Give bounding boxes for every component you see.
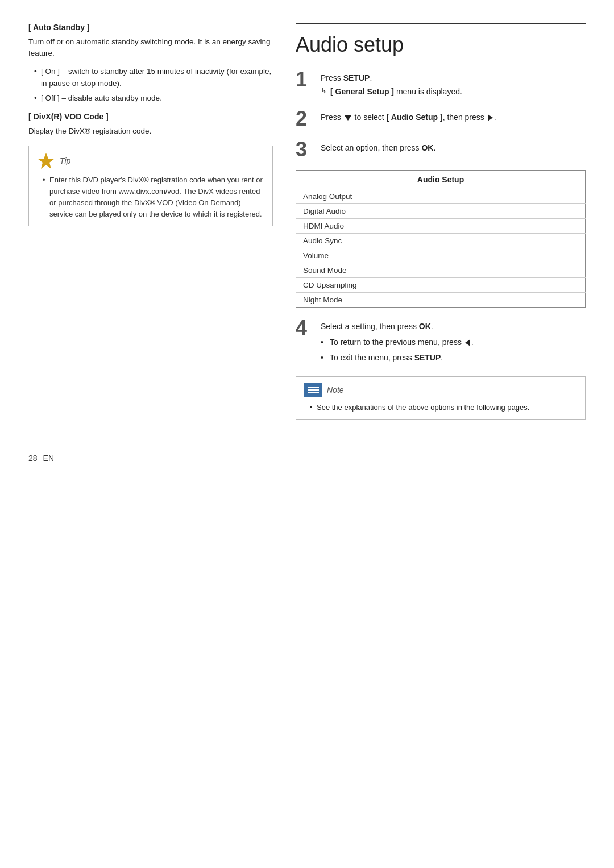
page-number: 28	[28, 454, 38, 463]
step-2: 2 Press to select [ Audio Setup ], then …	[296, 109, 586, 129]
note-line-3	[308, 392, 319, 393]
note-icon	[304, 383, 322, 397]
bullet-off: [ Off ] – disable auto standby mode.	[34, 92, 273, 105]
note-box: Note See the explanations of the above o…	[296, 376, 586, 420]
note-lines-icon	[304, 384, 322, 396]
table-cell: Volume	[296, 248, 586, 263]
page-footer: 28 EN	[28, 454, 586, 463]
tip-list-item: Enter this DVD player's DivX® registrati…	[43, 175, 264, 221]
note-header: Note	[304, 383, 577, 397]
page-lang: EN	[43, 454, 54, 463]
right-column: Audio setup 1 Press SETUP. ↳ [ General S…	[296, 23, 586, 420]
left-triangle-icon	[465, 339, 470, 346]
step-1-sub-text: [ General Setup ] menu is displayed.	[330, 85, 462, 98]
step-3: 3 Select an option, then press OK.	[296, 139, 586, 160]
audio-setup-table: Audio Setup Analog Output Digital Audio …	[296, 170, 586, 308]
table-cell: Analog Output	[296, 189, 586, 203]
note-label: Note	[327, 385, 344, 394]
step-1-content: Press SETUP. ↳ [ General Setup ] menu is…	[321, 69, 462, 98]
table-row: Analog Output	[296, 189, 586, 203]
step-4-bullet-1: To return to the previous menu, press .	[321, 336, 474, 348]
step-2-content: Press to select [ Audio Setup ], then pr…	[321, 109, 496, 123]
note-text: See the explanations of the above option…	[304, 402, 577, 413]
step-4-bullet-2: To exit the menu, press SETUP.	[321, 351, 474, 364]
tip-header: Tip	[37, 152, 264, 170]
table-cell: CD Upsampling	[296, 277, 586, 292]
auto-standby-bullets: [ On ] – switch to standby after 15 minu…	[28, 65, 273, 105]
note-line-2	[308, 389, 319, 391]
tip-label: Tip	[60, 156, 70, 165]
table-row: Volume	[296, 248, 586, 263]
step-4: 4 Select a setting, then press OK. To re…	[296, 318, 586, 366]
table-header: Audio Setup	[296, 170, 586, 189]
table-row: Sound Mode	[296, 263, 586, 277]
note-list-item: See the explanations of the above option…	[310, 402, 577, 413]
table-cell: Night Mode	[296, 292, 586, 307]
step-4-bullets: To return to the previous menu, press . …	[321, 336, 474, 364]
step-1-number: 1	[296, 69, 313, 90]
table-row: CD Upsampling	[296, 277, 586, 292]
tip-text: Enter this DVD player's DivX® registrati…	[37, 175, 264, 221]
arrow-icon: ↳	[321, 85, 327, 98]
step-4-content: Select a setting, then press OK. To retu…	[321, 318, 474, 366]
note-line-1	[308, 387, 319, 388]
step-3-content: Select an option, then press OK.	[321, 139, 435, 154]
table-cell: Sound Mode	[296, 263, 586, 277]
divx-text: Display the DivX® registration code.	[28, 126, 273, 137]
step-1: 1 Press SETUP. ↳ [ General Setup ] menu …	[296, 69, 586, 98]
table-cell: HDMI Audio	[296, 218, 586, 233]
page-layout: [ Auto Standby ] Turn off or on automati…	[28, 23, 586, 420]
tip-box: Tip Enter this DVD player's DivX® regist…	[28, 146, 273, 227]
table-row: Digital Audio	[296, 203, 586, 218]
auto-standby-title: [ Auto Standby ]	[28, 23, 273, 32]
table-row: HDMI Audio	[296, 218, 586, 233]
step-2-number: 2	[296, 109, 313, 129]
right-triangle-icon	[488, 114, 493, 121]
table-row: Audio Sync	[296, 233, 586, 248]
svg-marker-0	[38, 153, 55, 169]
table-body: Analog Output Digital Audio HDMI Audio A…	[296, 189, 586, 307]
table-row: Night Mode	[296, 292, 586, 307]
tip-star-icon	[37, 152, 55, 170]
table-cell: Audio Sync	[296, 233, 586, 248]
step-3-number: 3	[296, 139, 313, 160]
step-4-number: 4	[296, 318, 313, 338]
step-1-text: Press SETUP.	[321, 72, 462, 84]
left-column: [ Auto Standby ] Turn off or on automati…	[28, 23, 273, 420]
down-triangle-icon	[343, 113, 352, 122]
auto-standby-text: Turn off or on automatic standby switchi…	[28, 36, 273, 60]
step-4-text: Select a setting, then press OK.	[321, 320, 474, 333]
bullet-on: [ On ] – switch to standby after 15 minu…	[34, 65, 273, 90]
step-1-sub: ↳ [ General Setup ] menu is displayed.	[321, 85, 462, 98]
audio-setup-title: Audio setup	[296, 33, 586, 57]
table-cell: Digital Audio	[296, 203, 586, 218]
divx-title: [ DivX(R) VOD Code ]	[28, 112, 273, 121]
